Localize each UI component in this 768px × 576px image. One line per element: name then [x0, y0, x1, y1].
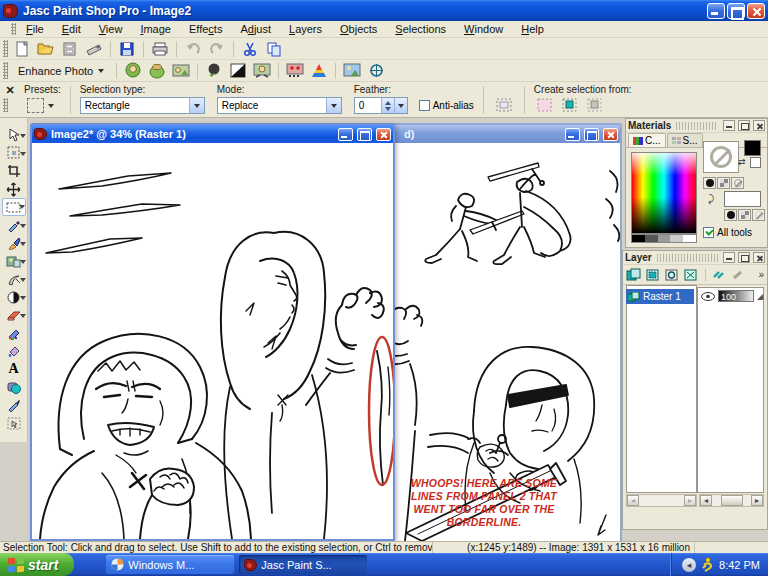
undo-icon[interactable]	[182, 39, 204, 59]
flyout-arrow-icon[interactable]	[20, 224, 26, 228]
menubar-grip[interactable]	[11, 23, 16, 35]
front-image-window[interactable]: Image2* @ 34% (Raster 1)	[30, 123, 395, 541]
close-button[interactable]	[753, 252, 765, 263]
image-icon[interactable]	[341, 61, 363, 81]
fill-null-button[interactable]	[752, 209, 765, 221]
toolbar-grip[interactable]	[3, 40, 8, 57]
aim-icon[interactable]	[701, 557, 714, 572]
color-picker[interactable]	[631, 152, 697, 234]
feather-input[interactable]: 0	[354, 97, 408, 114]
backlighting-icon[interactable]	[203, 61, 225, 81]
browse-icon[interactable]	[59, 39, 81, 59]
minimize-button[interactable]	[565, 128, 580, 141]
options-close-icon[interactable]: ✕	[5, 85, 14, 95]
front-canvas[interactable]	[32, 143, 393, 539]
start-button[interactable]: start	[0, 553, 74, 576]
style-color-button[interactable]	[703, 177, 716, 189]
feather-spinner[interactable]	[381, 98, 394, 113]
picture-tube-tool[interactable]	[2, 324, 26, 342]
background-color-swatch[interactable]	[750, 157, 761, 168]
swap-materials-icon[interactable]: ⤸	[708, 193, 714, 205]
selection-from-opaque-layer-icon[interactable]	[559, 95, 581, 115]
contrast-icon[interactable]	[227, 61, 249, 81]
feather-slider-button[interactable]	[394, 98, 407, 113]
visibility-eye-icon[interactable]	[701, 292, 715, 301]
scrollbar-thumb[interactable]	[721, 495, 743, 506]
fill-texture-button[interactable]	[738, 209, 751, 221]
selection-from-opaque-image-icon[interactable]	[584, 95, 606, 115]
mover-tool[interactable]	[2, 180, 26, 198]
automatic-color-balance-icon[interactable]	[146, 61, 168, 81]
minimize-button[interactable]	[707, 3, 725, 19]
scroll-right-icon[interactable]: ▸	[684, 495, 696, 506]
layer-list-hscrollbar[interactable]: ◂ ▸	[626, 494, 697, 507]
menu-layers[interactable]: Layers	[280, 22, 331, 36]
link-layers-icon[interactable]	[712, 268, 728, 282]
fade-correction-icon[interactable]	[170, 61, 192, 81]
automatic-saturation-icon[interactable]	[251, 61, 273, 81]
grayscale-swatches[interactable]	[631, 234, 697, 243]
background-properties-box[interactable]	[724, 191, 761, 207]
red-eye-removal-icon[interactable]	[284, 61, 306, 81]
scroll-right-icon[interactable]: ▸	[751, 495, 763, 506]
menu-image[interactable]: Image	[131, 22, 180, 36]
menu-effects[interactable]: Effects	[180, 22, 231, 36]
selection-tool[interactable]	[2, 198, 26, 216]
toolbar-grip[interactable]	[3, 62, 8, 79]
pen-tool[interactable]	[2, 396, 26, 414]
foreground-color-swatch[interactable]	[744, 140, 761, 156]
open-icon[interactable]	[35, 39, 57, 59]
maximize-button[interactable]	[357, 128, 372, 141]
tab-swatches[interactable]: S...	[667, 133, 703, 147]
selection-from-mask-icon[interactable]	[534, 95, 556, 115]
copy-icon[interactable]	[263, 39, 285, 59]
all-tools-checkbox[interactable]	[703, 227, 714, 238]
redo-icon[interactable]	[206, 39, 228, 59]
layer-row-raster1[interactable]: Raster 1	[626, 289, 694, 304]
close-button[interactable]	[753, 120, 765, 131]
options-grip[interactable]	[3, 98, 8, 112]
menu-selections[interactable]: Selections	[386, 22, 455, 36]
dropper-tool[interactable]	[2, 216, 26, 234]
opacity-spinner-icon[interactable]: ◢	[757, 292, 763, 301]
opacity-slider[interactable]: 100	[718, 290, 754, 302]
style-null-button[interactable]	[731, 177, 744, 189]
eraser-tool[interactable]	[2, 306, 26, 324]
paint-brush-tool[interactable]	[2, 234, 26, 252]
scan-icon[interactable]	[83, 39, 105, 59]
scroll-left-icon[interactable]: ◂	[700, 495, 712, 506]
edit-selection-icon[interactable]	[493, 95, 515, 115]
maximize-button[interactable]	[727, 3, 745, 19]
flyout-arrow-icon[interactable]	[20, 296, 26, 300]
back-canvas[interactable]: Whoops! here are some lines from panel 2…	[370, 143, 620, 541]
object-selector-tool[interactable]	[2, 414, 26, 432]
minimize-button[interactable]	[723, 120, 735, 131]
spin-down-icon[interactable]	[385, 107, 391, 111]
flyout-arrow-icon[interactable]	[20, 260, 26, 264]
menu-help[interactable]: Help	[512, 22, 553, 36]
antialias-checkbox[interactable]	[419, 100, 430, 111]
front-window-titlebar[interactable]: Image2* @ 34% (Raster 1)	[32, 125, 393, 143]
flyout-arrow-icon[interactable]	[20, 242, 26, 246]
style-texture-button[interactable]	[717, 177, 730, 189]
flyout-arrow-icon[interactable]	[20, 314, 26, 318]
mode-combo[interactable]: Replace	[217, 97, 342, 114]
palette-grip[interactable]	[676, 122, 718, 130]
materials-titlebar[interactable]: Materials	[626, 119, 767, 133]
layer-toolbar-overflow[interactable]: »	[758, 269, 764, 280]
layer-detail-hscrollbar[interactable]: ◂ ▸	[699, 494, 764, 507]
close-button[interactable]	[376, 128, 391, 141]
back-image-window[interactable]: d)	[368, 123, 622, 541]
warp-brush-tool[interactable]	[2, 270, 26, 288]
menu-objects[interactable]: Objects	[331, 22, 386, 36]
crop-tool[interactable]	[2, 162, 26, 180]
selection-type-combo[interactable]: Rectangle	[80, 97, 205, 114]
flyout-arrow-icon[interactable]	[20, 278, 26, 282]
maximize-button[interactable]	[584, 128, 599, 141]
palette-grip[interactable]	[657, 254, 718, 262]
unlink-icon[interactable]	[731, 268, 745, 282]
new-icon[interactable]	[11, 39, 33, 59]
enhance-photo-button[interactable]: Enhance Photo	[11, 63, 111, 79]
new-mask-layer-icon[interactable]	[683, 268, 699, 282]
save-icon[interactable]	[116, 39, 138, 59]
